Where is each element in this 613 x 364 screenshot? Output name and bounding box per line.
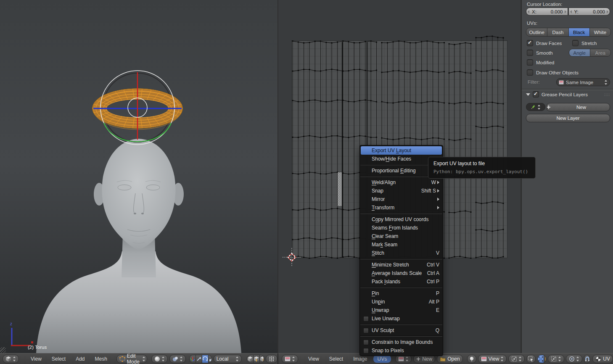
editor-mode-dropdown[interactable]: View: [478, 355, 507, 363]
stretch-area-button[interactable]: Area: [590, 49, 611, 56]
manipulator-toggle-button[interactable]: [190, 355, 196, 363]
vertex-select-button[interactable]: [247, 355, 254, 363]
image-open-button[interactable]: Open: [437, 355, 462, 363]
new-layer-button[interactable]: New Layer: [526, 114, 610, 122]
grease-pencil-datablock-selector[interactable]: [526, 103, 545, 111]
modified-checkbox[interactable]: Modified: [527, 59, 554, 66]
stretch-checkbox[interactable]: Stretch: [572, 40, 597, 47]
menu-mesh[interactable]: Mesh: [91, 356, 111, 362]
edge-mode-white[interactable]: White: [590, 28, 610, 36]
image-pin-toggle[interactable]: [467, 355, 476, 363]
menu-select[interactable]: Select: [325, 356, 347, 362]
increment-arrow[interactable]: [565, 10, 566, 13]
menu-item-constrain-to-image-bounds[interactable]: Constrain to Image Bounds: [360, 338, 443, 346]
mode-dropdown[interactable]: Edit Mode: [116, 355, 147, 363]
image-datablock-selector[interactable]: [395, 355, 412, 363]
menu-view[interactable]: View: [26, 356, 46, 362]
snap-magnet-toggle[interactable]: [584, 355, 590, 363]
rotate-manipulator-button[interactable]: [202, 355, 209, 363]
increment-arrow[interactable]: [607, 10, 608, 13]
menu-item-unpin[interactable]: UnpinAlt P: [360, 298, 443, 306]
menu-item-export-uv-layout[interactable]: Export UV Layout: [361, 146, 442, 155]
edge-mode-black[interactable]: Black: [569, 28, 590, 36]
menu-item-weld-align[interactable]: Weld/AlignW: [360, 178, 443, 187]
menu-item-seams-from-islands[interactable]: Seams From Islands: [360, 224, 443, 232]
menu-item-copy-mirrored-uv-coords[interactable]: Copy Mirrored UV coords: [360, 215, 443, 224]
chevron-updown-icon: [519, 356, 522, 361]
decrement-arrow[interactable]: [528, 10, 529, 13]
pivot-point-dropdown[interactable]: [169, 355, 186, 363]
menu-item-snap[interactable]: SnapShift S: [360, 187, 443, 195]
smooth-checkbox[interactable]: Smooth: [527, 49, 553, 56]
menu-item-minimize-stretch[interactable]: Minimize StretchCtrl V: [360, 261, 443, 269]
checkbox[interactable]: [527, 69, 533, 76]
uv-vertex-select-button[interactable]: [538, 355, 544, 363]
menu-item-snap-to-pixels[interactable]: Snap to Pixels: [360, 346, 443, 355]
grease-pencil-layers-header[interactable]: Grease Pencil Layers ::::: [526, 91, 610, 98]
checkbox[interactable]: [527, 50, 533, 56]
decrement-arrow[interactable]: [570, 10, 572, 13]
pivot-point-dropdown[interactable]: [508, 355, 525, 363]
image-new-button[interactable]: New: [413, 355, 435, 363]
menu-item-stitch[interactable]: StitchV: [360, 249, 443, 257]
menu-view[interactable]: View: [304, 356, 323, 362]
menu-item-average-islands-scale[interactable]: Average Islands ScaleCtrl A: [360, 269, 443, 277]
menu-select[interactable]: Select: [48, 356, 70, 362]
vertex-cube-icon: [247, 356, 253, 362]
submenu-arrow-icon: [437, 198, 439, 201]
menu-item-mirror[interactable]: Mirror: [360, 195, 443, 203]
3d-viewport[interactable]: z (2) Torus: [0, 0, 277, 353]
menu-checkbox[interactable]: [363, 328, 369, 333]
menu-separator: [360, 324, 442, 325]
chevron-updown-icon: [13, 356, 16, 361]
menu-item-pin[interactable]: PinP: [360, 289, 443, 298]
panel-drag-dots[interactable]: ::::: [604, 92, 610, 97]
stretch-angle-button[interactable]: Angle: [569, 49, 590, 56]
occlude-geometry-toggle[interactable]: [266, 355, 277, 363]
menu-item-mark-seam[interactable]: Mark Seam: [360, 240, 443, 249]
viewport-shading-dropdown[interactable]: [151, 355, 168, 363]
menu-item-unwrap[interactable]: UnwrapE: [360, 306, 443, 314]
menu-item-transform[interactable]: Transform: [360, 203, 443, 212]
uv-edge-select-button[interactable]: [544, 355, 546, 363]
filter-dropdown[interactable]: Same Image: [556, 78, 610, 86]
draw-other-objects-checkbox[interactable]: Draw Other Objects: [527, 69, 579, 76]
face-select-button[interactable]: [260, 355, 264, 363]
menu-checkbox[interactable]: [363, 316, 369, 322]
checkbox[interactable]: [533, 91, 539, 98]
edge-mode-dash[interactable]: Dash: [547, 28, 568, 36]
cursor-x-field[interactable]: X: 0.000: [526, 8, 568, 16]
cursor-y-field[interactable]: Y: 0.000: [568, 8, 610, 16]
region-resize-grip[interactable]: [0, 347, 6, 353]
editor-type-selector[interactable]: [282, 355, 298, 363]
axis-tripod-icon: [190, 356, 196, 362]
checkbox[interactable]: [527, 59, 533, 66]
menu-uvs[interactable]: UVs: [373, 355, 391, 363]
translate-manipulator-button[interactable]: [196, 355, 202, 363]
scale-manipulator-button[interactable]: [209, 355, 212, 363]
expand-triangle-icon[interactable]: [526, 93, 530, 96]
sync-uv-selection-toggle[interactable]: [526, 355, 536, 363]
chevron-updown-icon: [558, 356, 561, 361]
editor-type-selector[interactable]: [3, 355, 19, 363]
edge-mode-outline[interactable]: Outline: [526, 28, 547, 36]
snap-increment-icon: [551, 356, 557, 362]
checkbox[interactable]: [527, 40, 533, 46]
menu-item-live-unwrap[interactable]: Live Unwrap: [360, 314, 443, 323]
menu-image[interactable]: Image: [349, 356, 371, 362]
grease-pencil-new-button[interactable]: New: [546, 103, 610, 111]
magnet-icon: [584, 356, 590, 362]
clipped-right-button[interactable]: UV: [592, 355, 613, 363]
menu-item-pack-islands[interactable]: Pack IslandsCtrl P: [360, 277, 443, 286]
snap-target-dropdown[interactable]: [548, 355, 564, 363]
proportional-edit-dropdown[interactable]: [566, 355, 582, 363]
menu-checkbox[interactable]: [363, 340, 369, 345]
checkbox[interactable]: [572, 40, 579, 46]
transform-orientation-dropdown[interactable]: Local: [214, 355, 242, 363]
menu-checkbox[interactable]: [363, 348, 369, 353]
edge-select-button[interactable]: [254, 355, 260, 363]
draw-faces-checkbox[interactable]: Draw Faces: [527, 40, 562, 47]
menu-add[interactable]: Add: [71, 356, 89, 362]
menu-item-uv-sculpt[interactable]: UV SculptQ: [360, 326, 443, 335]
menu-item-clear-seam[interactable]: Clear Seam: [360, 232, 443, 240]
